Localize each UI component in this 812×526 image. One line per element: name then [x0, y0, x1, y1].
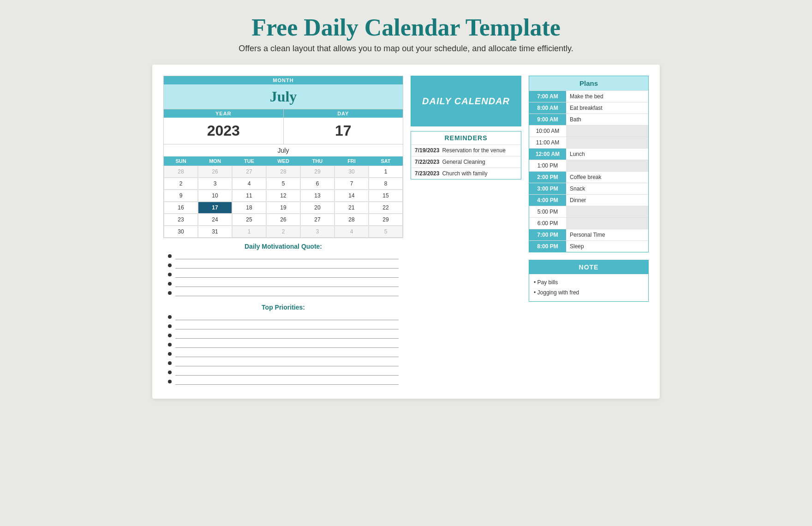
- calendar-day[interactable]: 15: [369, 190, 403, 202]
- calendar-day[interactable]: 27: [300, 214, 334, 226]
- plans-box: Plans 7:00 AMMake the bed8:00 AMEat brea…: [529, 76, 649, 252]
- plan-time: 10:00 AM: [529, 126, 566, 137]
- calendar-day[interactable]: 20: [300, 202, 334, 214]
- bullet-dot: [168, 380, 172, 383]
- calendar-day[interactable]: 29: [300, 166, 334, 178]
- note-line: • Jogging with fred: [534, 288, 644, 298]
- calendar-day[interactable]: 28: [164, 166, 198, 178]
- calendar-day[interactable]: 11: [232, 190, 266, 202]
- calendar-day[interactable]: 2: [164, 178, 198, 190]
- calendar-day[interactable]: 9: [164, 190, 198, 202]
- calendar-day[interactable]: 30: [164, 226, 198, 238]
- calendar-day[interactable]: 5: [369, 226, 403, 238]
- calendar-day[interactable]: 27: [232, 166, 266, 178]
- calendar-day[interactable]: 17: [198, 202, 232, 214]
- calendar-day[interactable]: 1: [232, 226, 266, 238]
- day-wed: WED: [266, 156, 300, 166]
- bullet-dot: [168, 343, 172, 347]
- day-tue: TUE: [232, 156, 266, 166]
- bullet-underline: [175, 351, 399, 357]
- calendar-day[interactable]: 28: [334, 214, 369, 226]
- plan-activity: [566, 206, 648, 217]
- bullet-underline: [175, 253, 399, 259]
- motivational-title: Daily Motivational Quote:: [163, 238, 403, 253]
- calendar-day[interactable]: 8: [369, 178, 403, 190]
- plan-row: 2:00 PMCoffee break: [529, 171, 648, 183]
- calendar-day[interactable]: 31: [198, 226, 232, 238]
- calendar-day[interactable]: 18: [232, 202, 266, 214]
- year-day-row: YEAR 2023 DAY 17: [164, 109, 403, 144]
- calendar-day[interactable]: 14: [334, 190, 369, 202]
- calendar-day[interactable]: 7: [334, 178, 369, 190]
- plan-time: 11:00 AM: [529, 137, 566, 148]
- plans-header: Plans: [529, 76, 648, 90]
- plan-time: 8:00 AM: [529, 102, 566, 114]
- bullet-underline: [175, 341, 399, 348]
- day-section: DAY 17: [284, 109, 403, 144]
- reminder-item: 7/22/2023General Cleaning: [411, 156, 521, 167]
- reminders-box: REMINDERS 7/19/2023Reservation for the v…: [411, 131, 521, 179]
- reminder-text: General Cleaning: [442, 159, 485, 165]
- calendar-day[interactable]: 12: [266, 190, 300, 202]
- bullet-underline: [175, 378, 399, 385]
- calendar-day[interactable]: 4: [232, 178, 266, 190]
- calendar-day[interactable]: 4: [334, 226, 369, 238]
- plan-time: 6:00 PM: [529, 218, 566, 229]
- calendar-day[interactable]: 24: [198, 214, 232, 226]
- motivational-line: [168, 281, 399, 287]
- motivational-line: [168, 271, 399, 278]
- reminder-date: 7/23/2023: [415, 170, 439, 177]
- year-section: YEAR 2023: [164, 109, 284, 144]
- bullet-underline: [175, 262, 399, 269]
- plan-activity: Snack: [566, 183, 648, 194]
- main-card: MONTH July YEAR 2023 DAY 17 July SUN: [152, 65, 660, 399]
- calendar-day[interactable]: 3: [198, 178, 232, 190]
- left-column: MONTH July YEAR 2023 DAY 17 July SUN: [163, 76, 403, 388]
- mini-cal-title: July: [164, 144, 403, 156]
- plan-row: 4:00 PMDinner: [529, 194, 648, 206]
- page-subtitle: Offers a clean layout that allows you to…: [239, 44, 573, 54]
- calendar-day[interactable]: 10: [198, 190, 232, 202]
- note-content: • Pay bills• Jogging with fred: [529, 274, 648, 301]
- reminder-item: 7/19/2023Reservation for the venue: [411, 144, 521, 156]
- calendar-day[interactable]: 5: [266, 178, 300, 190]
- plan-row: 12:00 AMLunch: [529, 148, 648, 160]
- year-label: YEAR: [164, 109, 283, 118]
- plan-row: 7:00 PMPersonal Time: [529, 229, 648, 240]
- calendar-day[interactable]: 29: [369, 214, 403, 226]
- calendar-day[interactable]: 21: [334, 202, 369, 214]
- calendar-day[interactable]: 25: [232, 214, 266, 226]
- note-box: NOTE • Pay bills• Jogging with fred: [529, 260, 649, 302]
- plan-activity: Sleep: [566, 241, 648, 252]
- reminder-text: Church with family: [442, 170, 487, 177]
- calendar-day[interactable]: 16: [164, 202, 198, 214]
- plan-time: 8:00 PM: [529, 241, 566, 252]
- calendar-day[interactable]: 2: [266, 226, 300, 238]
- calendar-day[interactable]: 19: [266, 202, 300, 214]
- calendar-day[interactable]: 13: [300, 190, 334, 202]
- plans-list: 7:00 AMMake the bed8:00 AMEat breakfast9…: [529, 90, 648, 252]
- calendar-day[interactable]: 26: [198, 166, 232, 178]
- day-label: DAY: [284, 109, 403, 118]
- calendar-day[interactable]: 26: [266, 214, 300, 226]
- right-column: Plans 7:00 AMMake the bed8:00 AMEat brea…: [529, 76, 649, 388]
- month-section: MONTH July YEAR 2023 DAY 17: [163, 76, 403, 144]
- calendar-day[interactable]: 3: [300, 226, 334, 238]
- calendar-day[interactable]: 6: [300, 178, 334, 190]
- priority-line: [168, 314, 399, 320]
- calendar-day[interactable]: 1: [369, 166, 403, 178]
- calendar-day[interactable]: 23: [164, 214, 198, 226]
- calendar-day[interactable]: 30: [334, 166, 369, 178]
- day-fri: FRI: [334, 156, 369, 166]
- priority-line: [168, 351, 399, 357]
- bullet-underline: [175, 369, 399, 376]
- plan-time: 5:00 PM: [529, 206, 566, 217]
- priority-line: [168, 341, 399, 348]
- reminder-item: 7/23/2023Church with family: [411, 167, 521, 179]
- priority-line: [168, 378, 399, 385]
- calendar-day[interactable]: 22: [369, 202, 403, 214]
- calendar-day[interactable]: 28: [266, 166, 300, 178]
- plan-row: 5:00 PM: [529, 206, 648, 217]
- plan-activity: Bath: [566, 114, 648, 125]
- plan-row: 9:00 AMBath: [529, 114, 648, 125]
